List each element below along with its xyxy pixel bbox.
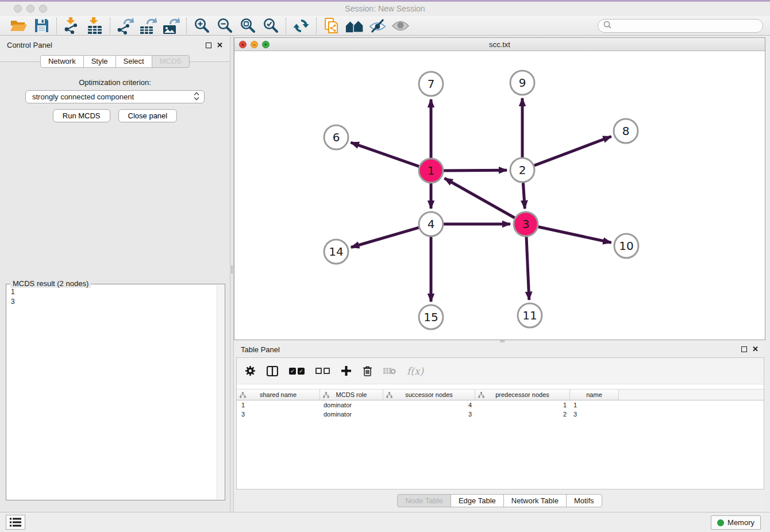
column-header-successor-nodes[interactable]: successor nodes: [383, 390, 475, 400]
column-header-predecessor-nodes[interactable]: predecessor nodes: [475, 390, 570, 400]
cell-predecessor-nodes[interactable]: 2: [475, 410, 570, 419]
import-table-icon[interactable]: [83, 17, 106, 35]
function-builder-icon[interactable]: f(x): [407, 365, 424, 377]
graph-node-15[interactable]: 15: [419, 305, 443, 329]
cell-successor-nodes[interactable]: 4: [383, 400, 475, 410]
select-all-columns-icon[interactable]: ✓ ✓: [289, 368, 305, 375]
task-history-button[interactable]: [6, 515, 25, 530]
graph-edge-2-3[interactable]: [523, 183, 525, 209]
search-input[interactable]: [614, 21, 752, 30]
graph-edge-1-6[interactable]: [351, 142, 419, 167]
hide-selected-eye-icon[interactable]: [366, 17, 389, 35]
show-columns-icon[interactable]: [267, 366, 278, 376]
tab-motifs[interactable]: Motifs: [566, 494, 602, 507]
cell-predecessor-nodes[interactable]: 1: [475, 400, 570, 410]
show-all-eye-icon[interactable]: [389, 17, 412, 35]
graph-edge-4-14[interactable]: [351, 228, 419, 247]
app-close-button[interactable]: [14, 5, 22, 13]
add-column-icon[interactable]: [341, 365, 352, 376]
save-session-icon[interactable]: [30, 17, 53, 35]
hierarchy-icon: [240, 392, 246, 399]
network-window: × − + scc.txt 1234678910111415: [234, 37, 765, 340]
zoom-selected-icon[interactable]: [259, 17, 282, 35]
graph-edge-2-8[interactable]: [534, 137, 611, 166]
float-panel-icon[interactable]: [206, 43, 211, 48]
svg-text:9: 9: [519, 76, 526, 90]
run-mcds-button[interactable]: Run MCDS: [53, 109, 110, 122]
tab-style[interactable]: Style: [83, 55, 116, 68]
graph-node-10[interactable]: 10: [614, 234, 638, 258]
window-minimize-icon[interactable]: −: [251, 41, 258, 48]
export-image-icon[interactable]: [160, 17, 183, 35]
table-panel-header: Table Panel ✕: [234, 342, 765, 356]
export-network-icon[interactable]: [114, 17, 137, 35]
network-canvas[interactable]: 1234678910111415: [234, 51, 765, 340]
tab-network-table[interactable]: Network Table: [503, 494, 567, 507]
tab-edge-table[interactable]: Edge Table: [451, 494, 504, 507]
graph-node-7[interactable]: 7: [419, 72, 443, 96]
window-close-icon[interactable]: ×: [239, 41, 247, 48]
refresh-styles-icon[interactable]: [290, 17, 313, 35]
memory-button[interactable]: Memory: [711, 515, 761, 530]
copy-share-icon[interactable]: [320, 17, 343, 35]
column-header-mcds-role[interactable]: MCDS role: [320, 390, 383, 400]
svg-text:8: 8: [622, 124, 630, 138]
window-zoom-icon[interactable]: +: [262, 41, 270, 48]
cell-successor-nodes[interactable]: 3: [383, 410, 475, 419]
column-header-shared-name[interactable]: shared name: [237, 390, 320, 400]
graph-node-1[interactable]: 1: [419, 159, 443, 183]
graph-node-3[interactable]: 3: [514, 212, 538, 236]
tab-node-table[interactable]: Node Table: [397, 494, 451, 507]
cell-name[interactable]: 3: [570, 410, 619, 419]
app-window-controls[interactable]: [14, 5, 47, 13]
graph-edge-3-1[interactable]: [445, 178, 515, 218]
tab-network[interactable]: Network: [40, 55, 84, 68]
home-layout-icon[interactable]: [343, 17, 366, 35]
graph-edge-1-2[interactable]: [444, 170, 507, 171]
graph-edge-3-10[interactable]: [538, 227, 611, 243]
delete-column-trash-icon[interactable]: [363, 365, 372, 377]
cell-name[interactable]: 1: [570, 400, 619, 410]
search-field[interactable]: [598, 19, 763, 33]
export-table-icon[interactable]: [137, 17, 160, 35]
criterion-dropdown[interactable]: strongly connected component: [25, 90, 205, 103]
graph-node-9[interactable]: 9: [510, 71, 534, 95]
zoom-out-icon[interactable]: [213, 17, 236, 35]
result-scrollbar[interactable]: [217, 285, 224, 499]
cell-mcds-role[interactable]: dominator: [320, 410, 383, 419]
graph-edge-3-11[interactable]: [526, 237, 529, 300]
open-session-icon[interactable]: [7, 17, 30, 35]
import-network-icon[interactable]: [60, 17, 83, 35]
graph-node-14[interactable]: 14: [324, 240, 348, 264]
column-header-name[interactable]: name: [570, 390, 619, 400]
close-panel-button[interactable]: Close panel: [118, 109, 178, 122]
zoom-fit-icon[interactable]: [236, 17, 259, 35]
svg-text:6: 6: [333, 130, 340, 144]
deselect-all-columns-icon[interactable]: [315, 368, 330, 374]
float-panel-icon[interactable]: [741, 346, 747, 352]
close-panel-icon[interactable]: ✕: [217, 43, 223, 48]
table-row[interactable]: 1 dominator 4 1 1: [237, 400, 764, 410]
graph-node-8[interactable]: 8: [614, 119, 638, 143]
toolbar-separator: [286, 18, 286, 34]
tab-select[interactable]: Select: [116, 55, 152, 68]
cell-shared-name[interactable]: 3: [237, 410, 320, 419]
network-graph[interactable]: 1234678910111415: [234, 51, 765, 340]
vertical-splitter[interactable]: [230, 36, 234, 512]
graph-node-4[interactable]: 4: [419, 212, 443, 236]
graph-node-6[interactable]: 6: [324, 125, 348, 149]
cell-shared-name[interactable]: 1: [237, 400, 320, 410]
graph-node-2[interactable]: 2: [510, 158, 534, 182]
cell-mcds-role[interactable]: dominator: [320, 400, 383, 410]
close-panel-icon[interactable]: ✕: [752, 346, 759, 352]
delete-table-icon[interactable]: [383, 367, 396, 375]
tab-mcds[interactable]: MCDS: [152, 55, 190, 68]
table-row[interactable]: 3 dominator 3 2 3: [237, 410, 764, 419]
zoom-in-icon[interactable]: [190, 17, 213, 35]
app-zoom-button[interactable]: [39, 5, 47, 13]
splitter-grip[interactable]: [231, 265, 233, 273]
settings-gear-icon[interactable]: [245, 365, 256, 376]
app-minimize-button[interactable]: [26, 5, 34, 13]
network-window-titlebar[interactable]: × − + scc.txt: [234, 38, 765, 51]
graph-node-11[interactable]: 11: [518, 303, 542, 327]
